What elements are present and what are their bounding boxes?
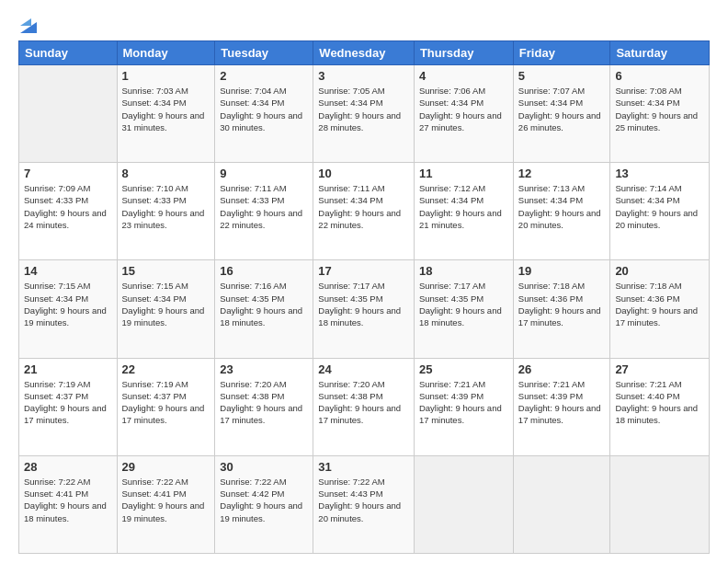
cell-day-number: 1 <box>122 69 210 83</box>
week-row-0: 1Sunrise: 7:03 AMSunset: 4:34 PMDaylight… <box>19 65 710 163</box>
cell-info: Sunrise: 7:21 AMSunset: 4:40 PMDaylight:… <box>615 378 704 427</box>
logo <box>18 15 37 33</box>
week-row-4: 28Sunrise: 7:22 AMSunset: 4:41 PMDayligh… <box>19 455 710 553</box>
cell-day-number: 21 <box>24 362 112 376</box>
svg-marker-1 <box>20 18 31 26</box>
calendar-cell: 24Sunrise: 7:20 AMSunset: 4:38 PMDayligh… <box>313 358 415 455</box>
cell-info: Sunrise: 7:17 AMSunset: 4:35 PMDaylight:… <box>419 280 508 328</box>
cell-info: Sunrise: 7:11 AMSunset: 4:33 PMDaylight:… <box>220 182 308 231</box>
calendar-page: SundayMondayTuesdayWednesdayThursdayFrid… <box>0 0 728 563</box>
cell-day-number: 13 <box>615 167 704 180</box>
calendar-cell: 10Sunrise: 7:11 AMSunset: 4:34 PMDayligh… <box>313 163 415 260</box>
calendar-body: 1Sunrise: 7:03 AMSunset: 4:34 PMDaylight… <box>19 65 710 554</box>
cell-info: Sunrise: 7:05 AMSunset: 4:34 PMDaylight:… <box>318 85 409 133</box>
cell-info: Sunrise: 7:03 AMSunset: 4:34 PMDaylight:… <box>122 85 210 133</box>
calendar-cell: 31Sunrise: 7:22 AMSunset: 4:43 PMDayligh… <box>313 455 415 553</box>
cell-info: Sunrise: 7:20 AMSunset: 4:38 PMDaylight:… <box>220 378 308 427</box>
calendar-table: SundayMondayTuesdayWednesdayThursdayFrid… <box>18 40 710 554</box>
cell-info: Sunrise: 7:17 AMSunset: 4:35 PMDaylight:… <box>318 280 409 328</box>
cell-info: Sunrise: 7:08 AMSunset: 4:34 PMDaylight:… <box>615 85 704 133</box>
cell-day-number: 10 <box>318 167 409 180</box>
calendar-cell: 14Sunrise: 7:15 AMSunset: 4:34 PMDayligh… <box>19 260 118 358</box>
cell-info: Sunrise: 7:21 AMSunset: 4:39 PMDaylight:… <box>518 378 606 427</box>
cell-info: Sunrise: 7:20 AMSunset: 4:38 PMDaylight:… <box>318 378 409 427</box>
cell-info: Sunrise: 7:18 AMSunset: 4:36 PMDaylight:… <box>518 280 606 328</box>
cell-day-number: 27 <box>615 362 704 376</box>
calendar-cell: 16Sunrise: 7:16 AMSunset: 4:35 PMDayligh… <box>215 260 313 358</box>
calendar-cell: 18Sunrise: 7:17 AMSunset: 4:35 PMDayligh… <box>414 260 513 358</box>
calendar-cell: 3Sunrise: 7:05 AMSunset: 4:34 PMDaylight… <box>313 65 415 163</box>
calendar-cell: 25Sunrise: 7:21 AMSunset: 4:39 PMDayligh… <box>414 358 513 455</box>
calendar-cell: 23Sunrise: 7:20 AMSunset: 4:38 PMDayligh… <box>215 358 313 455</box>
cell-info: Sunrise: 7:22 AMSunset: 4:42 PMDaylight:… <box>220 476 308 524</box>
cell-info: Sunrise: 7:11 AMSunset: 4:34 PMDaylight:… <box>318 182 409 231</box>
logo-icon <box>20 15 37 33</box>
calendar-cell: 12Sunrise: 7:13 AMSunset: 4:34 PMDayligh… <box>513 163 610 260</box>
header-thursday: Thursday <box>414 41 513 65</box>
cell-day-number: 22 <box>122 362 210 376</box>
cell-info: Sunrise: 7:14 AMSunset: 4:34 PMDaylight:… <box>615 182 704 231</box>
cell-info: Sunrise: 7:10 AMSunset: 4:33 PMDaylight:… <box>122 182 210 231</box>
calendar-cell: 28Sunrise: 7:22 AMSunset: 4:41 PMDayligh… <box>19 455 118 553</box>
calendar-header-row: SundayMondayTuesdayWednesdayThursdayFrid… <box>19 41 710 65</box>
header-monday: Monday <box>117 41 215 65</box>
cell-info: Sunrise: 7:04 AMSunset: 4:34 PMDaylight:… <box>220 85 308 133</box>
calendar-cell: 11Sunrise: 7:12 AMSunset: 4:34 PMDayligh… <box>414 163 513 260</box>
cell-day-number: 7 <box>24 167 112 180</box>
calendar-cell: 26Sunrise: 7:21 AMSunset: 4:39 PMDayligh… <box>513 358 610 455</box>
cell-info: Sunrise: 7:07 AMSunset: 4:34 PMDaylight:… <box>518 85 606 133</box>
cell-info: Sunrise: 7:19 AMSunset: 4:37 PMDaylight:… <box>122 378 210 427</box>
cell-day-number: 15 <box>122 264 210 278</box>
cell-day-number: 12 <box>518 167 606 180</box>
cell-info: Sunrise: 7:15 AMSunset: 4:34 PMDaylight:… <box>24 280 112 328</box>
cell-info: Sunrise: 7:06 AMSunset: 4:34 PMDaylight:… <box>419 85 508 133</box>
calendar-cell: 20Sunrise: 7:18 AMSunset: 4:36 PMDayligh… <box>610 260 710 358</box>
cell-info: Sunrise: 7:15 AMSunset: 4:34 PMDaylight:… <box>122 280 210 328</box>
cell-day-number: 5 <box>518 69 606 83</box>
header-tuesday: Tuesday <box>215 41 313 65</box>
cell-day-number: 28 <box>24 460 112 474</box>
cell-day-number: 29 <box>122 460 210 474</box>
cell-day-number: 9 <box>220 167 308 180</box>
header-sunday: Sunday <box>19 41 118 65</box>
cell-day-number: 4 <box>419 69 508 83</box>
calendar-cell: 8Sunrise: 7:10 AMSunset: 4:33 PMDaylight… <box>117 163 215 260</box>
calendar-cell: 27Sunrise: 7:21 AMSunset: 4:40 PMDayligh… <box>610 358 710 455</box>
calendar-cell: 15Sunrise: 7:15 AMSunset: 4:34 PMDayligh… <box>117 260 215 358</box>
cell-day-number: 8 <box>122 167 210 180</box>
header-wednesday: Wednesday <box>313 41 415 65</box>
calendar-cell: 21Sunrise: 7:19 AMSunset: 4:37 PMDayligh… <box>19 358 118 455</box>
calendar-cell: 7Sunrise: 7:09 AMSunset: 4:33 PMDaylight… <box>19 163 118 260</box>
cell-day-number: 11 <box>419 167 508 180</box>
calendar-cell: 13Sunrise: 7:14 AMSunset: 4:34 PMDayligh… <box>610 163 710 260</box>
calendar-cell: 2Sunrise: 7:04 AMSunset: 4:34 PMDaylight… <box>215 65 313 163</box>
calendar-cell: 4Sunrise: 7:06 AMSunset: 4:34 PMDaylight… <box>414 65 513 163</box>
cell-info: Sunrise: 7:13 AMSunset: 4:34 PMDaylight:… <box>518 182 606 231</box>
calendar-cell <box>19 65 118 163</box>
cell-info: Sunrise: 7:22 AMSunset: 4:41 PMDaylight:… <box>24 476 112 524</box>
cell-day-number: 25 <box>419 362 508 376</box>
cell-day-number: 17 <box>318 264 409 278</box>
calendar-cell <box>610 455 710 553</box>
cell-day-number: 20 <box>615 264 704 278</box>
cell-day-number: 2 <box>220 69 308 83</box>
calendar-cell: 5Sunrise: 7:07 AMSunset: 4:34 PMDaylight… <box>513 65 610 163</box>
calendar-cell: 6Sunrise: 7:08 AMSunset: 4:34 PMDaylight… <box>610 65 710 163</box>
cell-day-number: 16 <box>220 264 308 278</box>
calendar-cell: 17Sunrise: 7:17 AMSunset: 4:35 PMDayligh… <box>313 260 415 358</box>
calendar-cell: 19Sunrise: 7:18 AMSunset: 4:36 PMDayligh… <box>513 260 610 358</box>
cell-info: Sunrise: 7:22 AMSunset: 4:43 PMDaylight:… <box>318 476 409 524</box>
header-saturday: Saturday <box>610 41 710 65</box>
cell-day-number: 3 <box>318 69 409 83</box>
cell-day-number: 30 <box>220 460 308 474</box>
calendar-cell <box>513 455 610 553</box>
cell-day-number: 14 <box>24 264 112 278</box>
calendar-cell: 29Sunrise: 7:22 AMSunset: 4:41 PMDayligh… <box>117 455 215 553</box>
calendar-cell <box>414 455 513 553</box>
header <box>18 15 710 33</box>
cell-day-number: 31 <box>318 460 409 474</box>
calendar-cell: 1Sunrise: 7:03 AMSunset: 4:34 PMDaylight… <box>117 65 215 163</box>
calendar-cell: 22Sunrise: 7:19 AMSunset: 4:37 PMDayligh… <box>117 358 215 455</box>
header-friday: Friday <box>513 41 610 65</box>
cell-day-number: 26 <box>518 362 606 376</box>
